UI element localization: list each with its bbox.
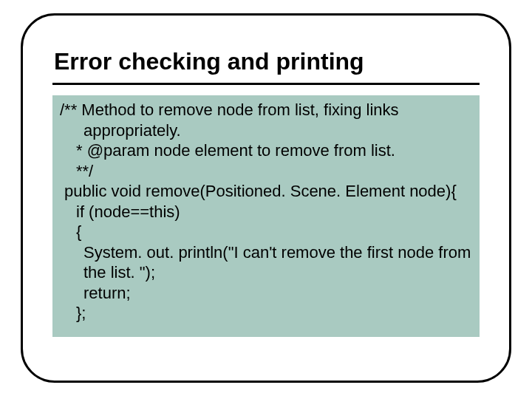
code-line: public void remove(Positioned. Scene. El…	[64, 181, 472, 202]
code-line: };	[76, 303, 472, 324]
slide-title: Error checking and printing	[52, 48, 480, 78]
title-underline	[52, 83, 480, 85]
code-line: /** Method to remove node from list, fix…	[60, 100, 472, 140]
code-line: System. out. println("I can't remove the…	[60, 242, 472, 283]
code-line: * @param node element to remove from lis…	[60, 140, 472, 161]
code-line: {	[76, 222, 472, 242]
code-line: **/	[76, 161, 472, 182]
code-block: /** Method to remove node from list, fix…	[52, 95, 480, 337]
slide: Error checking and printing /** Method t…	[0, 0, 532, 399]
slide-frame: Error checking and printing /** Method t…	[21, 13, 511, 383]
code-line: if (node==this)	[76, 202, 472, 222]
code-line: return;	[83, 283, 472, 304]
